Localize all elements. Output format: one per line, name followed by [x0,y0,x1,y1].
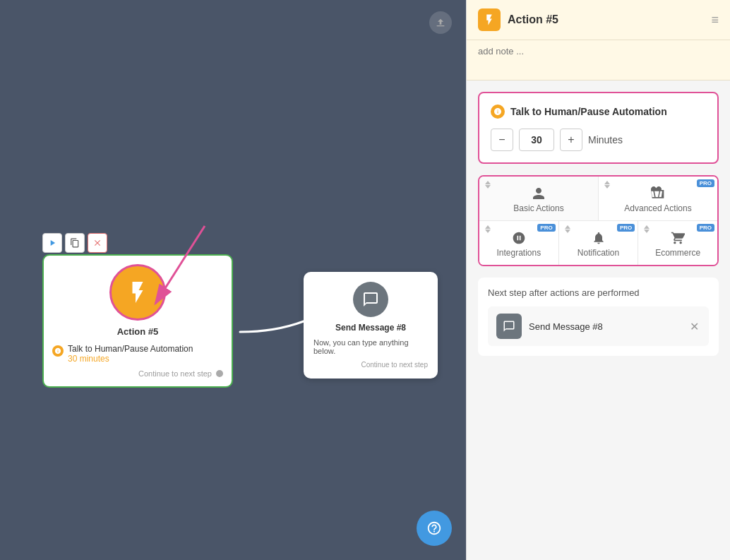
action-icon [109,264,166,321]
panel-header: Action #5 ≡ [467,0,730,40]
panel-menu-button[interactable]: ≡ [711,13,719,28]
action-node[interactable]: Action #5 Talk to Human/Pause Automation… [42,254,233,388]
note-area [467,40,730,81]
play-button[interactable] [42,233,62,253]
action-tabs-row-1: Basic Actions PRO Advanced Actions [479,177,717,221]
send-message-footer: Continue to next step [313,361,428,369]
next-step-item-name: Send Message #8 [529,321,681,332]
plus-button[interactable]: + [560,129,582,151]
next-step-item: Send Message #8 ✕ [488,306,709,346]
next-step-close-button[interactable]: ✕ [688,318,700,335]
stepper-value: 30 [519,129,554,151]
pro-badge-ecommerce: PRO [697,224,714,232]
sort-icon-integrations [485,225,491,233]
action-tabs: Basic Actions PRO Advanced Actions [478,175,719,266]
sort-icon-advanced [604,181,610,189]
tab-basic-actions[interactable]: Basic Actions [479,177,599,220]
next-step-title: Next step after actions are performed [488,287,709,298]
talk-card-icon [491,105,505,119]
canvas-area: Action #5 Talk to Human/Pause Automation… [0,0,466,560]
talk-card-title: Talk to Human/Pause Automation [510,106,667,117]
talk-card: Talk to Human/Pause Automation − 30 + Mi… [478,92,719,164]
note-input[interactable] [478,46,719,68]
tab-ecommerce[interactable]: PRO Ecommerce [638,221,717,265]
action-tabs-row-2: PRO Integrations PRO Noti [479,221,717,265]
right-panel: Action #5 ≡ Talk to Human/Pause Automati… [466,0,730,560]
action-node-toolbar [42,233,107,253]
canvas-upload-button[interactable] [429,11,452,34]
pro-badge-notification: PRO [617,224,635,232]
tab-notification[interactable]: PRO Notification [559,221,639,265]
tab-ecommerce-label: Ecommerce [655,248,700,258]
tab-integrations[interactable]: PRO Integrations [479,221,559,265]
pro-badge-advanced: PRO [697,179,714,187]
send-message-icon [353,282,388,317]
copy-button[interactable] [65,233,85,253]
sort-icon-ecommerce [644,225,650,233]
tab-advanced-actions[interactable]: PRO Advanced Actions [599,177,717,220]
panel-title: Action #5 [508,13,704,26]
action-detail-content: Talk to Human/Pause Automation 30 minute… [68,344,193,364]
sort-icon-notification [565,225,570,233]
talk-card-controls: − 30 + Minutes [491,129,706,151]
sort-icon-basic [485,181,491,189]
action-detail: Talk to Human/Pause Automation 30 minute… [52,344,223,364]
send-message-node[interactable]: Send Message #8 Now, you can type anythi… [304,272,438,379]
send-message-content: Now, you can type anything below. [313,338,428,355]
action-detail-icon [52,345,64,357]
delete-button[interactable] [88,233,107,253]
help-button[interactable] [417,511,452,546]
next-step-item-icon [496,314,522,339]
pro-badge-integrations: PRO [537,224,555,232]
panel-header-icon [478,8,501,31]
tab-notification-label: Notification [578,248,619,258]
send-message-title: Send Message #8 [313,323,428,333]
tab-integrations-label: Integrations [496,248,541,258]
tab-basic-actions-label: Basic Actions [513,203,563,213]
action-footer: Continue to next step [52,369,223,378]
stepper-unit: Minutes [588,134,623,145]
footer-dot [216,370,223,377]
next-step-section: Next step after actions are performed Se… [478,278,719,356]
action-node-title: Action #5 [52,326,223,337]
panel-body: Talk to Human/Pause Automation − 30 + Mi… [467,81,730,560]
tab-advanced-actions-label: Advanced Actions [624,203,691,213]
minus-button[interactable]: − [491,129,513,151]
talk-card-header: Talk to Human/Pause Automation [491,105,706,119]
